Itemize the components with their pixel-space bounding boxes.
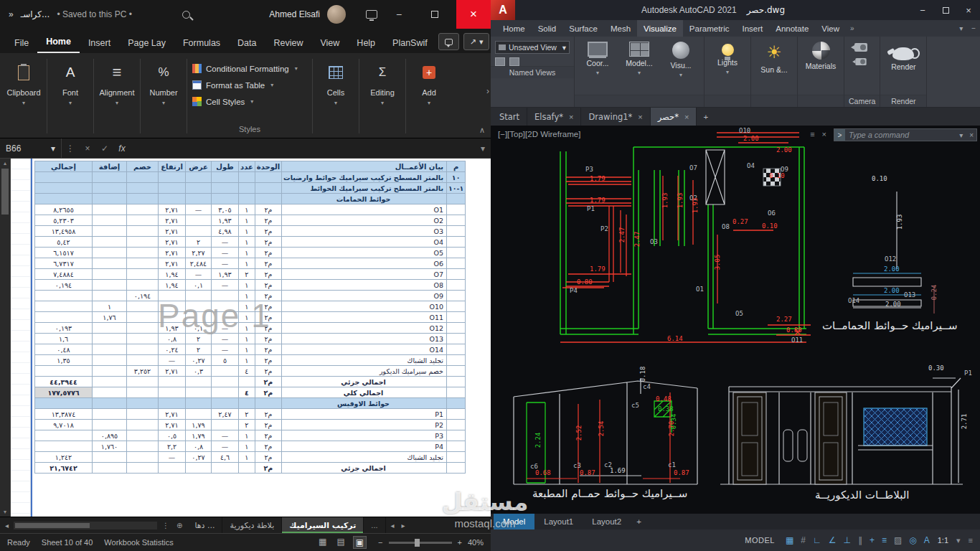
cell[interactable]: ٢ bbox=[239, 409, 255, 420]
ribbon-tab-file[interactable]: File bbox=[6, 32, 37, 53]
sheet-tab-بلاطة-ديكورية[interactable]: بلاطة ديكورية bbox=[222, 517, 282, 533]
expand-formula-bar-icon[interactable]: ▾ bbox=[475, 143, 491, 154]
cell[interactable]: ٠,١٩٣ bbox=[35, 323, 93, 334]
cell[interactable]: ٢,٢ bbox=[159, 441, 186, 452]
cell[interactable] bbox=[127, 409, 159, 420]
zoom-in-icon[interactable]: + bbox=[458, 538, 462, 547]
sheet-canvas[interactable]: مبيان الأعمــالالوحدةعددطولعرضارتفاعخصمإ… bbox=[11, 159, 491, 517]
cell[interactable]: ١ bbox=[239, 344, 255, 355]
cell[interactable]: O12 bbox=[282, 323, 447, 334]
cell[interactable]: م٢ bbox=[255, 441, 281, 452]
cell[interactable]: ١ bbox=[239, 204, 255, 215]
ribbon-group-font[interactable]: Font▾ bbox=[48, 55, 93, 138]
cell[interactable] bbox=[127, 215, 159, 226]
cell[interactable]: ١ bbox=[239, 430, 255, 441]
cell[interactable] bbox=[127, 398, 159, 409]
cell[interactable]: ١,٩٣ bbox=[212, 269, 239, 280]
cell[interactable] bbox=[446, 398, 465, 409]
ribbon-tab-data[interactable]: Data bbox=[229, 32, 265, 53]
cell[interactable]: ١ bbox=[239, 291, 255, 301]
ribbon-tab-home[interactable]: Home bbox=[496, 20, 532, 37]
cell[interactable]: م٢ bbox=[255, 280, 281, 291]
drawing-canvas[interactable]: [−][Top][2D Wireframe] ≡ × > Type a comm… bbox=[491, 126, 980, 514]
cell[interactable] bbox=[93, 355, 127, 366]
panel-footer[interactable]: Named Views bbox=[491, 66, 574, 78]
cell[interactable] bbox=[93, 344, 127, 355]
cell[interactable] bbox=[212, 420, 239, 430]
cell[interactable] bbox=[35, 194, 93, 204]
maximize-button[interactable] bbox=[420, 0, 449, 29]
cell[interactable] bbox=[212, 312, 239, 323]
cell[interactable] bbox=[35, 312, 93, 323]
scroll-up-icon[interactable]: ▴ bbox=[0, 160, 10, 166]
cell[interactable] bbox=[212, 387, 239, 398]
cell[interactable] bbox=[239, 463, 255, 474]
cell[interactable] bbox=[446, 194, 465, 204]
ribbon-button-coor[interactable]: Coor...▾ bbox=[578, 40, 618, 76]
cell[interactable]: ٢,٧١ bbox=[159, 204, 186, 215]
command-input[interactable]: Type a command bbox=[849, 131, 956, 139]
cell[interactable]: ١٠ bbox=[446, 172, 465, 183]
cell[interactable]: ٨,٢٦٥٥ bbox=[35, 204, 93, 215]
workbook-statistics[interactable]: Workbook Statistics bbox=[104, 538, 173, 547]
cell[interactable]: ٢,٧١ bbox=[159, 226, 186, 237]
cell[interactable] bbox=[159, 301, 186, 312]
camera-icon[interactable] bbox=[854, 43, 867, 52]
cell[interactable] bbox=[127, 258, 159, 269]
cell[interactable]: ١,٢٤٢ bbox=[35, 452, 93, 463]
command-search-icon[interactable]: ▾ bbox=[959, 131, 966, 139]
cell[interactable] bbox=[212, 301, 239, 312]
ribbon-options-icon[interactable]: ▾ bbox=[955, 24, 967, 32]
ribbon-tab-review[interactable]: Review bbox=[265, 32, 311, 53]
cell[interactable] bbox=[159, 183, 186, 194]
share-button[interactable]: ↗▾ bbox=[463, 33, 490, 50]
cell[interactable]: ٢,٧١ bbox=[159, 237, 186, 248]
ribbon-tab-visualize[interactable]: Visualize bbox=[637, 20, 683, 37]
cell[interactable]: ٧,٤٨٨٤ bbox=[35, 269, 93, 280]
column-header[interactable]: الوحدة bbox=[255, 161, 281, 172]
cell[interactable] bbox=[446, 291, 465, 301]
cell[interactable] bbox=[239, 377, 255, 387]
page-layout-view-icon[interactable]: ▤ bbox=[334, 536, 347, 549]
new-view-icon[interactable] bbox=[495, 57, 505, 66]
cell[interactable] bbox=[446, 269, 465, 280]
cell[interactable]: ١٧٧,٥٧٧٦ bbox=[35, 387, 93, 398]
ribbon-tab-help[interactable]: Help bbox=[348, 32, 384, 53]
avatar[interactable] bbox=[327, 5, 346, 24]
scrollbar-thumb[interactable] bbox=[15, 523, 90, 528]
view-manager-icon[interactable] bbox=[509, 57, 519, 66]
cell[interactable] bbox=[446, 215, 465, 226]
cell[interactable] bbox=[93, 409, 127, 420]
sheet-tab-تركيب-السيراميك[interactable]: تركيب السيراميك bbox=[282, 517, 364, 533]
cell[interactable] bbox=[186, 183, 212, 194]
file-tab-حصر[interactable]: حصر*× bbox=[651, 108, 697, 126]
cell[interactable] bbox=[446, 377, 465, 387]
cell[interactable]: — bbox=[212, 430, 239, 441]
sheet-tab-دها[interactable]: دها ... bbox=[187, 517, 222, 533]
ribbon-tab-insert[interactable]: Insert bbox=[80, 32, 119, 53]
cell[interactable]: م٢ bbox=[255, 409, 281, 420]
ribbon-group-add[interactable]: Add▾ bbox=[407, 55, 451, 138]
cell[interactable]: ٤,٦ bbox=[212, 452, 239, 463]
cell[interactable]: م٢ bbox=[255, 387, 281, 398]
close-button[interactable]: × bbox=[456, 0, 491, 29]
cell[interactable]: ١ bbox=[239, 441, 255, 452]
lineweight-icon[interactable]: ≡ bbox=[882, 535, 887, 545]
column-header[interactable]: ارتفاع bbox=[159, 161, 186, 172]
cell[interactable] bbox=[127, 452, 159, 463]
cell[interactable]: ٤ bbox=[239, 387, 255, 398]
new-layout-icon[interactable]: + bbox=[631, 514, 647, 529]
cell[interactable]: ١ bbox=[239, 280, 255, 291]
cell[interactable] bbox=[93, 258, 127, 269]
cell[interactable]: ٤٤,٣٩٤٤ bbox=[35, 377, 93, 387]
cell[interactable]: ٥,٢٣٠٣ bbox=[35, 215, 93, 226]
cell[interactable]: ٠,٤٨ bbox=[35, 344, 93, 355]
cell[interactable]: م٢ bbox=[255, 312, 281, 323]
cell[interactable]: O8 bbox=[282, 280, 447, 291]
cell[interactable]: ٣,٠٥ bbox=[212, 204, 239, 215]
cell[interactable]: ٢ bbox=[239, 420, 255, 430]
row-header-gutter[interactable] bbox=[11, 159, 31, 517]
styles-item-format-as-table[interactable]: Format as Table▾ bbox=[192, 77, 307, 93]
more-tabs-icon[interactable]: » bbox=[846, 24, 859, 32]
zoom-out-icon[interactable]: − bbox=[378, 538, 382, 547]
